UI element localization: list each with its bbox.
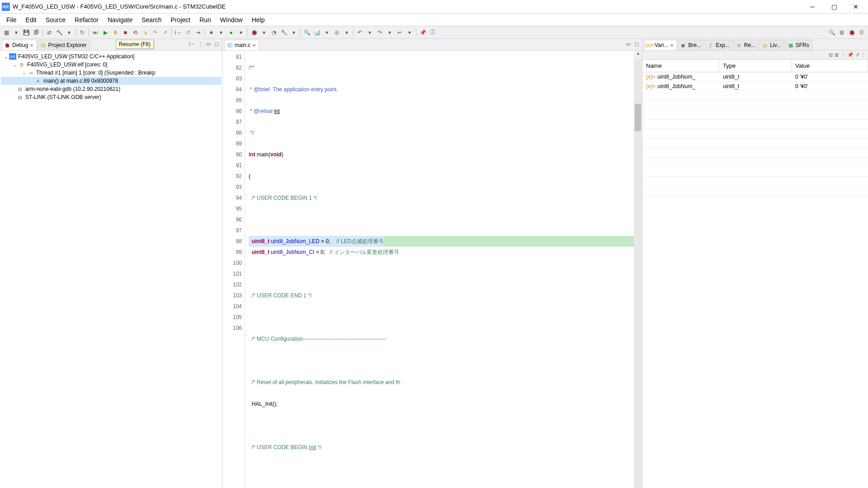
tab-live[interactable]: ◷ Liv...	[760, 40, 784, 50]
menu-file[interactable]: File	[2, 14, 21, 25]
col-type[interactable]: Type	[719, 60, 792, 72]
menu-help[interactable]: Help	[247, 14, 269, 25]
target-icon[interactable]: ◎	[332, 28, 341, 37]
menu-window[interactable]: Window	[216, 14, 247, 25]
step-icon[interactable]: ⇥	[193, 28, 203, 37]
close-button[interactable]: ✕	[845, 0, 866, 14]
instr-step-icon[interactable]: i→	[174, 28, 183, 37]
tree-gdb[interactable]: ▤ arm-none-eabi-gdb (10.2.90.20210621)	[1, 85, 221, 93]
run-icon[interactable]: ●	[226, 28, 236, 37]
tree-frame[interactable]: ≡ main() at main.c:89 0x8000976	[1, 77, 221, 85]
menu-icon[interactable]: ⋮	[840, 52, 845, 58]
twisty-icon[interactable]: ⌄	[3, 54, 9, 59]
dropdown-icon[interactable]: ▾	[259, 28, 269, 37]
scroll-up-icon[interactable]: ▴	[634, 51, 642, 59]
pause-icon[interactable]: ⏸	[111, 28, 120, 37]
stepinto-icon[interactable]: ↘	[141, 28, 150, 37]
dropdown-icon[interactable]: ▾	[289, 28, 298, 37]
dropdown-icon[interactable]: ▾	[65, 28, 74, 37]
minimize-view-icon[interactable]: ▭	[205, 40, 212, 47]
maximize-button[interactable]: ▢	[824, 0, 844, 14]
col-value[interactable]: Value	[792, 60, 868, 72]
build-config-icon[interactable]: 🔧	[279, 28, 288, 37]
stop-icon[interactable]: ■	[121, 28, 130, 37]
tree-elf[interactable]: ⌄ ⚙ F405VG_LED_USW.elf [cores: 0]	[1, 61, 221, 69]
graph-icon[interactable]: 📊	[312, 28, 321, 37]
step-mode-icon[interactable]: i→	[189, 40, 196, 47]
close-icon[interactable]: ✕	[30, 43, 33, 48]
close-icon[interactable]: ✕	[670, 43, 674, 48]
save-icon[interactable]: 💾	[22, 28, 31, 37]
menu-icon[interactable]: ⋮	[197, 40, 204, 47]
tab-expressions[interactable]: ƒ Exp...	[705, 40, 733, 50]
pin-icon[interactable]: 📌	[418, 28, 427, 37]
menu-search[interactable]: Search	[137, 14, 166, 25]
menu2-icon[interactable]: ⋮	[861, 52, 866, 58]
open-perspective-icon[interactable]: ⊞	[837, 28, 846, 37]
tab-breakpoints[interactable]: ◉ Bre...	[678, 40, 704, 50]
stepover-icon[interactable]: ↷	[151, 28, 160, 37]
dropdown-icon[interactable]: ▾	[217, 28, 226, 37]
table-row[interactable]: (x)=uint8_JobNum_ uint8_t 0 '¥0'	[642, 82, 868, 91]
menu-refactor[interactable]: Refactor	[70, 14, 103, 25]
editor-tab-main[interactable]: ⓒ main.c ✕	[224, 40, 259, 50]
last-edit-icon[interactable]: ↩	[395, 28, 404, 37]
perspective-c-icon[interactable]: ©	[857, 28, 866, 37]
maximize-view-icon[interactable]: ▢	[633, 40, 640, 47]
debug-icon[interactable]: 🐞	[250, 28, 259, 37]
menu-run[interactable]: Run	[195, 14, 216, 25]
stepreturn-icon[interactable]: ↗	[160, 28, 170, 37]
dropdown-icon[interactable]: ▾	[236, 28, 245, 37]
tab-registers[interactable]: ⧈ Re...	[734, 40, 759, 50]
code-area[interactable]: /** * @brief The application entry point…	[245, 51, 634, 488]
dropdown-icon[interactable]: ▾	[322, 28, 331, 37]
skip-icon[interactable]: ⏭	[91, 28, 100, 37]
saveall-icon[interactable]: 🗐	[32, 28, 41, 37]
menu-edit[interactable]: Edit	[21, 14, 41, 25]
pin-icon[interactable]: 📌	[847, 52, 854, 58]
menu-project[interactable]: Project	[166, 14, 195, 25]
minimize-button[interactable]: ─	[802, 0, 823, 14]
dropdown-icon[interactable]: ▾	[12, 28, 21, 37]
restart-icon[interactable]: ↻	[78, 28, 87, 37]
analysis-icon[interactable]: 🔍	[302, 28, 311, 37]
resume-icon[interactable]: ▶	[101, 28, 110, 37]
tab-project-explorer[interactable]: 🗀 Project Explorer	[38, 40, 90, 50]
editor-vscroll[interactable]: ▴ ▾	[634, 51, 642, 488]
disconnect-icon[interactable]: ⟲	[131, 28, 140, 37]
table-row[interactable]: (x)=uint8_JobNum_ uint8_t 0 '¥0'	[642, 72, 868, 82]
info-icon[interactable]: ⓘ	[428, 28, 437, 37]
reset-icon[interactable]: ↺	[184, 28, 193, 37]
maximize-view-icon[interactable]: ▢	[213, 40, 220, 47]
menu-source[interactable]: Source	[41, 14, 70, 25]
dropdown-icon[interactable]: ▾	[342, 28, 351, 37]
tree-icon[interactable]: ⊞	[835, 52, 839, 58]
dropdown-icon[interactable]: ▾	[385, 28, 394, 37]
profile-icon[interactable]: ◔	[269, 28, 278, 37]
tree-thread[interactable]: ⌄ ⫘ Thread #1 [main] 1 [core: 0] (Suspen…	[1, 69, 221, 77]
collapse-icon[interactable]: ⊟	[829, 52, 833, 58]
tab-sfrs[interactable]: ▦ SFRs	[785, 40, 812, 50]
code-editor[interactable]: 8182838485868788899091929394959697989910…	[222, 51, 642, 488]
forward-icon[interactable]: ↷	[375, 28, 384, 37]
col-name[interactable]: Name	[642, 60, 719, 72]
new-icon[interactable]: ▦	[2, 28, 11, 37]
dropdown-icon[interactable]: ▾	[365, 28, 374, 37]
tab-variables[interactable]: (x)= Vari... ✕	[644, 40, 677, 50]
close-icon[interactable]: ✕	[252, 43, 256, 48]
dropdown-icon[interactable]: ▾	[405, 28, 414, 37]
twisty-icon[interactable]: ⌄	[12, 62, 18, 67]
tree-root[interactable]: ⌄ IDE F405VG_LED_USW [STM32 C/C++ Applic…	[1, 52, 221, 61]
tab-debug[interactable]: 🐞 Debug ✕	[2, 40, 37, 50]
toggle-icon[interactable]: ★	[207, 28, 216, 37]
back-icon[interactable]: ↶	[355, 28, 364, 37]
tree-stlink[interactable]: ▤ ST-LINK (ST-LINK GDB server)	[1, 93, 221, 101]
build-icon[interactable]: 🔨	[55, 28, 64, 37]
twisty-icon[interactable]: ⌄	[21, 70, 27, 75]
perspective-debug-icon[interactable]: 🐞	[847, 28, 856, 37]
external-icon[interactable]: ↗	[855, 52, 859, 58]
menu-navigate[interactable]: Navigate	[103, 14, 137, 25]
minimize-view-icon[interactable]: ▭	[625, 40, 632, 47]
search-icon[interactable]: 🔍	[827, 28, 836, 37]
switch-icon[interactable]: ⇄	[45, 28, 54, 37]
